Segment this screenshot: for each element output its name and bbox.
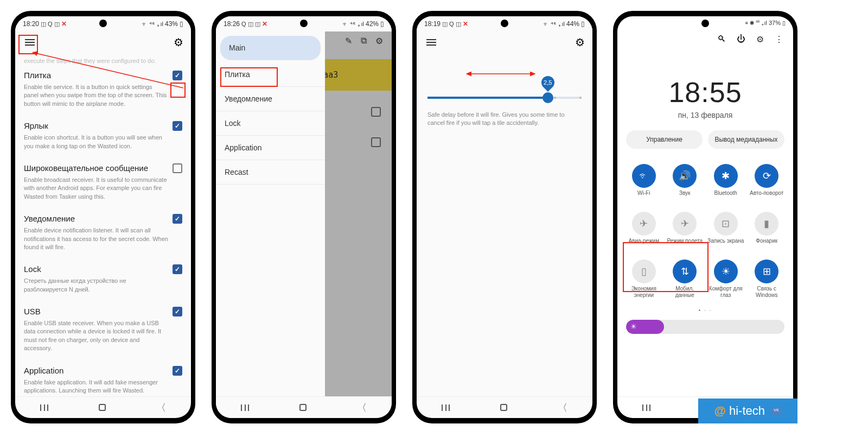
gear-icon[interactable]: ⚙ bbox=[756, 34, 764, 45]
setting-checkbox[interactable] bbox=[173, 264, 182, 274]
quick-settings-grid: ᯤ Wi-Fi 🔊 Звук ✱ Bluetooth ⟳ Авто-поворо… bbox=[617, 160, 793, 305]
app-header: ⚙ bbox=[15, 31, 191, 53]
setting-row[interactable]: Плитка Enable tile service. It is a butt… bbox=[24, 64, 182, 115]
screen-4: ⌖ ✱ ⁴⁶ ₊ıl 37% ▯ 🔍︎ ⏻ ⚙ ⋮ 18:55 пн, 13 ф… bbox=[617, 16, 793, 418]
drawer-item[interactable]: Lock bbox=[216, 111, 325, 136]
faded-text: execute the steps that they were configu… bbox=[24, 53, 182, 64]
setting-row[interactable]: USB Enable USB state receiver. When you … bbox=[24, 300, 182, 359]
qs-tile-label: Wi-Fi bbox=[637, 190, 650, 203]
status-signal: ᯤ ⁴⁶ ₊ıl bbox=[142, 21, 163, 27]
camera-cutout bbox=[701, 20, 709, 27]
more-icon[interactable]: ⋮ bbox=[775, 34, 783, 45]
nav-recent-button[interactable] bbox=[40, 404, 48, 411]
qs-tile[interactable]: ⟳ Авто-поворот bbox=[747, 162, 787, 207]
drawer-item[interactable]: Main bbox=[220, 36, 321, 60]
qs-tile[interactable]: ▮ Фонарик bbox=[747, 210, 787, 255]
slider-fill bbox=[427, 97, 548, 99]
slider-thumb[interactable] bbox=[542, 92, 553, 103]
drawer-item[interactable]: Application bbox=[216, 136, 325, 160]
nav-back-button[interactable]: 〈 bbox=[558, 401, 567, 414]
hamburger-menu-button[interactable] bbox=[23, 37, 37, 48]
settings-list[interactable]: execute the steps that they were configu… bbox=[15, 53, 191, 396]
qs-tile-icon-circle: ✈ bbox=[673, 212, 697, 236]
qs-tile-icon-circle: ⇅ bbox=[673, 260, 697, 283]
qs-tile[interactable]: 🔊 Звук bbox=[665, 162, 705, 207]
setting-checkbox[interactable] bbox=[173, 121, 182, 131]
qs-tile-icon-circle: ▯ bbox=[632, 260, 656, 283]
qs-tile-icon-circle: ⊡ bbox=[714, 212, 738, 236]
qs-tile-icon-circle: ✱ bbox=[714, 164, 738, 188]
clock-date: пн, 13 февраля bbox=[617, 111, 793, 119]
qs-tile[interactable]: ☀ Комфорт для глаз bbox=[706, 257, 746, 303]
qs-tile-label: Комфорт для глаз bbox=[707, 286, 745, 299]
qs-tile[interactable]: ✈ Авиа-режим bbox=[624, 210, 664, 255]
status-close-icon: ✕ bbox=[61, 20, 67, 28]
power-icon[interactable]: ⏻ bbox=[737, 34, 745, 45]
qs-tile[interactable]: ⊞ Связь с Windows bbox=[747, 257, 787, 303]
qs-tile-icon-circle: ✈ bbox=[632, 212, 656, 236]
qs-tile[interactable]: ▯ Экономия энергии bbox=[624, 257, 664, 303]
setting-description: Enable fake application. It will add fak… bbox=[24, 378, 168, 395]
setting-row[interactable]: Широковещательное сообщение Enable broad… bbox=[24, 157, 182, 207]
qs-tile[interactable]: ✱ Bluetooth bbox=[706, 162, 746, 207]
setting-title: Уведомление bbox=[24, 214, 168, 223]
camera-cutout bbox=[300, 20, 308, 27]
status-icons-left: Q ◫ ◫ bbox=[241, 21, 260, 28]
nav-back-button[interactable]: 〈 bbox=[357, 401, 367, 414]
hamburger-menu-button[interactable] bbox=[424, 37, 438, 48]
delay-slider[interactable]: 2,5 bbox=[417, 53, 592, 104]
nav-recent-button[interactable] bbox=[442, 404, 450, 411]
search-icon[interactable]: 🔍︎ bbox=[717, 34, 726, 45]
clock-time: 18:55 bbox=[617, 76, 793, 109]
drawer-item[interactable]: Плитка bbox=[216, 62, 325, 87]
setting-checkbox[interactable] bbox=[173, 214, 182, 224]
setting-row[interactable]: Application Enable fake application. It … bbox=[24, 359, 182, 396]
setting-title: Lock bbox=[24, 264, 168, 274]
drawer-item[interactable]: Уведомление bbox=[216, 87, 325, 111]
camera-cutout bbox=[99, 20, 107, 27]
setting-title: USB bbox=[24, 307, 168, 316]
nav-home-button[interactable] bbox=[299, 404, 307, 411]
setting-checkbox[interactable] bbox=[173, 307, 182, 317]
screen-3: 18:19 ◫ Q ◫ ✕ ᯤ ⁴⁶ ₊ıl 44% ▯ ⚙ bbox=[417, 16, 592, 418]
drawer-item[interactable]: Recast bbox=[216, 160, 325, 185]
battery-icon: ▯ bbox=[782, 20, 786, 27]
system-nav-bar: 〈 bbox=[216, 396, 392, 418]
setting-checkbox[interactable] bbox=[173, 366, 182, 376]
nav-recent-button[interactable] bbox=[642, 404, 650, 411]
setting-title: Широковещательное сообщение bbox=[24, 163, 168, 173]
nav-recent-button[interactable] bbox=[241, 404, 249, 411]
qs-tile-label: Мобил. данные bbox=[666, 286, 704, 299]
settings-gear-icon[interactable]: ⚙ bbox=[174, 36, 183, 49]
setting-row[interactable]: Lock Стереть данные когда устройство не … bbox=[24, 258, 182, 300]
qs-tile[interactable]: ✈ Режим полета bbox=[665, 210, 705, 255]
qs-tile[interactable]: ⇅ Мобил. данные bbox=[665, 257, 705, 303]
setting-row[interactable]: Уведомление Enable device notification l… bbox=[24, 207, 182, 258]
media-button[interactable]: Вывод медиаданных bbox=[708, 130, 784, 149]
nav-home-button[interactable] bbox=[99, 404, 106, 411]
setting-description: Enable USB state receiver. When you make… bbox=[24, 319, 168, 353]
setting-title: Плитка bbox=[24, 71, 168, 80]
brightness-slider[interactable]: ☀ bbox=[626, 320, 784, 334]
setting-row[interactable]: Ярлык Enable icon shortcut. It is a butt… bbox=[24, 115, 182, 157]
setting-checkbox[interactable] bbox=[173, 71, 182, 80]
battery-icon: ▯ bbox=[581, 20, 585, 28]
status-signal: ⌖ ✱ ⁴⁶ ₊ıl bbox=[745, 20, 767, 27]
qs-tile[interactable]: ᯤ Wi-Fi bbox=[624, 162, 664, 207]
setting-description: Enable broadcast receiver. It is useful … bbox=[24, 176, 168, 201]
nav-back-button[interactable]: 〈 bbox=[156, 401, 166, 414]
setting-checkbox[interactable] bbox=[173, 163, 182, 173]
status-icons-left: ◫ Q ◫ bbox=[442, 21, 461, 28]
qs-tile-label: Экономия энергии bbox=[625, 286, 663, 299]
qs-tile-icon-circle: 🔊 bbox=[673, 164, 697, 188]
status-icons-left: ◫ Q ◫ bbox=[41, 21, 60, 28]
qs-tile-icon-circle: ⟳ bbox=[755, 164, 778, 188]
qs-tile-icon-circle: ᯤ bbox=[632, 164, 656, 188]
brightness-icon: ☀ bbox=[630, 322, 637, 331]
qs-tile[interactable]: ⊡ Запись экрана bbox=[706, 210, 746, 255]
setting-description: Стереть данные когда устройство не разбл… bbox=[24, 277, 168, 294]
settings-gear-icon[interactable]: ⚙ bbox=[575, 36, 585, 49]
nav-home-button[interactable] bbox=[500, 404, 507, 411]
devices-button[interactable]: Управление bbox=[626, 130, 703, 149]
status-battery: 42% bbox=[366, 20, 379, 28]
